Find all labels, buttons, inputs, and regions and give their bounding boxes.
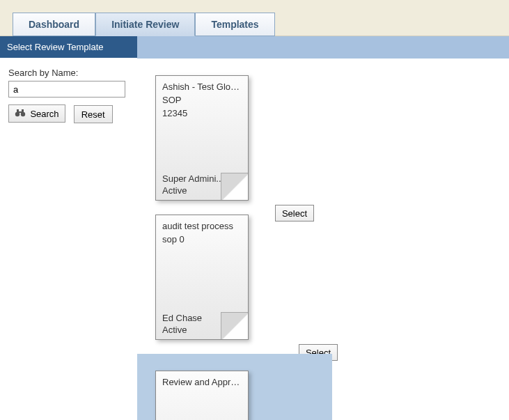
search-label: Search by Name:	[8, 68, 129, 78]
svg-rect-2	[17, 109, 19, 113]
tab-dashboard[interactable]: Dashboard	[13, 13, 95, 36]
card-title: Review and Approval ...	[162, 377, 242, 387]
template-card[interactable]: Review and Approval ... Super Admini... …	[155, 371, 249, 420]
top-tab-bar: Dashboard Initiate Review Templates	[0, 0, 509, 36]
card-line: 12345	[162, 108, 242, 118]
main-area: Ashish - Test Global Co... SOP 12345 Sup…	[137, 36, 509, 420]
template-card[interactable]: Ashish - Test Global Co... SOP 12345 Sup…	[155, 75, 249, 201]
tab-initiate-review[interactable]: Initiate Review	[95, 13, 195, 36]
sidebar-header: Select Review Template	[0, 36, 137, 58]
reset-button[interactable]: Reset	[74, 105, 113, 123]
card-line: sop 0	[162, 234, 242, 244]
page-fold-icon	[221, 312, 249, 340]
search-input[interactable]	[8, 81, 125, 98]
card-owner: Ed Chase	[162, 313, 224, 323]
tab-templates[interactable]: Templates	[195, 13, 274, 36]
svg-rect-4	[19, 111, 22, 113]
card-line: SOP	[162, 95, 242, 105]
main-header-bar	[137, 36, 509, 59]
card-owner: Super Admini...	[162, 173, 224, 184]
card-status: Active	[162, 325, 224, 335]
template-card-wrap-selected: Review and Approval ... Super Admini... …	[137, 354, 332, 420]
binoculars-icon	[15, 108, 26, 120]
template-card[interactable]: audit test process sop 0 Ed Chase Active	[155, 215, 249, 340]
card-title: Ashish - Test Global Co...	[162, 81, 242, 92]
template-card-wrap: audit test process sop 0 Ed Chase Active…	[137, 215, 332, 354]
sidebar: Select Review Template Search by Name:	[0, 36, 137, 420]
svg-rect-3	[22, 109, 24, 113]
search-button[interactable]: Search	[8, 104, 65, 123]
card-title: audit test process	[162, 221, 242, 231]
template-card-wrap: Ashish - Test Global Co... SOP 12345 Sup…	[137, 75, 332, 215]
search-button-label: Search	[30, 109, 58, 119]
page-fold-icon	[221, 173, 249, 201]
card-status: Active	[162, 185, 224, 196]
